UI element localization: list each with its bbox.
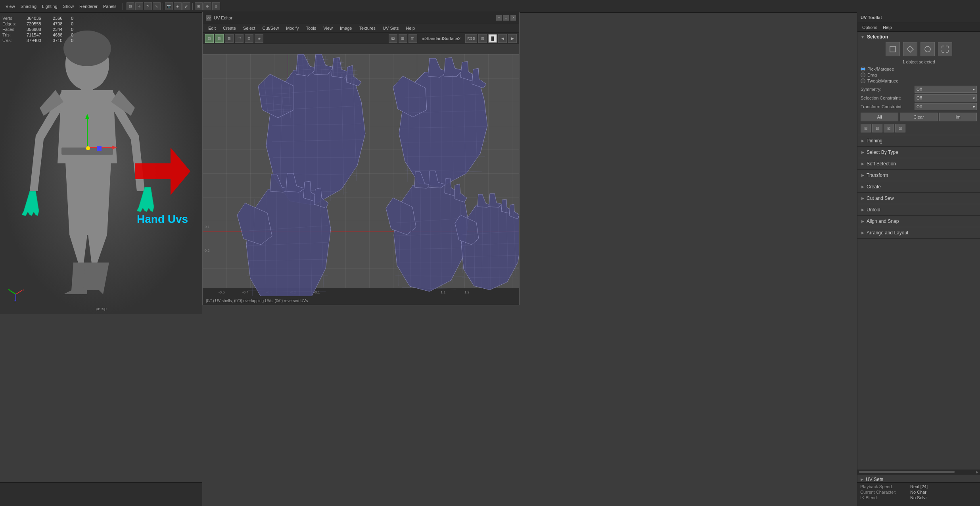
move-icon[interactable]: ✛ <box>135 2 143 10</box>
row-icon-3[interactable]: ⊠ <box>884 124 894 132</box>
select-by-type-header[interactable]: ▶ Select By Type <box>857 147 980 158</box>
uv-shell-mode-icon[interactable]: ⬚ <box>235 34 244 43</box>
top-toolbar: View Shading Lighting Show Renderer Pane… <box>0 0 980 13</box>
radio-pick-marquee[interactable]: Pick/Marquee <box>861 67 977 71</box>
soft-selection-header[interactable]: ▶ Soft Selection <box>857 158 980 169</box>
uv-create-menu[interactable]: Create <box>220 25 239 31</box>
uv-display2-icon[interactable]: ⊡ <box>478 34 487 43</box>
svg-rect-116 <box>890 46 896 52</box>
paint-icon[interactable]: 🖌 <box>182 2 190 10</box>
select-by-type-caret-icon: ▶ <box>861 150 864 154</box>
view-menu[interactable]: View <box>3 3 17 10</box>
render-icon[interactable]: ◈ <box>174 2 182 10</box>
rotate-icon[interactable]: ↻ <box>144 2 152 10</box>
uv-uvsets-menu[interactable]: UV Sets <box>380 25 402 31</box>
uv-image-menu[interactable]: Image <box>337 25 355 31</box>
magnet-icon[interactable]: ⊛ <box>212 2 220 10</box>
uv-select-mode-icon[interactable]: ⊡ <box>205 34 214 43</box>
main-menu: View Shading Lighting Show Renderer Pane… <box>3 3 119 10</box>
expand-select-icon[interactable] <box>938 42 952 56</box>
uv-nav-right-icon[interactable]: ▶ <box>508 34 517 43</box>
uv-checker-icon[interactable]: ▦ <box>399 34 407 43</box>
uv-texture-icon[interactable]: 🖼 <box>389 34 397 43</box>
sel-constraint-chevron-icon: ▾ <box>973 96 975 100</box>
svg-point-118 <box>925 46 930 52</box>
uv-edit-menu[interactable]: Edit <box>205 25 219 31</box>
panels-menu[interactable]: Panels <box>101 3 119 10</box>
radio-drag[interactable]: Drag <box>861 73 977 77</box>
transform-header[interactable]: ▶ Transform <box>857 170 980 181</box>
uv-modify-menu[interactable]: Modify <box>283 25 302 31</box>
arrange-and-layout-header[interactable]: ▶ Arrange and Layout <box>857 227 980 238</box>
arrange-and-layout-label: Arrange and Layout <box>867 230 908 236</box>
sep2 <box>163 3 163 10</box>
options-menu[interactable]: Options <box>860 24 880 31</box>
selection-arrow-icon: ▼ <box>861 35 865 39</box>
all-button[interactable]: All <box>861 113 898 121</box>
select-icon[interactable]: ⊡ <box>127 2 134 10</box>
playback-speed-label: Playback Speed: <box>860 484 908 489</box>
renderer-menu[interactable]: Renderer <box>77 3 100 10</box>
sel-constraint-dropdown[interactable]: Off ▾ <box>915 94 977 102</box>
uv-view-menu[interactable]: View <box>320 25 336 31</box>
grid-icon[interactable]: ⊞ <box>195 2 203 10</box>
uv-textures-menu[interactable]: Textures <box>356 25 379 31</box>
align-and-snap-header[interactable]: ▶ Align and Snap <box>857 216 980 227</box>
scale-icon[interactable]: ⤡ <box>153 2 161 10</box>
camera-icon[interactable]: 📷 <box>165 2 173 10</box>
uv-nav-left-icon[interactable]: ◀ <box>498 34 507 43</box>
row-icon-1[interactable]: ⊞ <box>861 124 871 132</box>
im-button[interactable]: Im <box>939 113 977 121</box>
uv-mode5-icon[interactable]: ⊠ <box>245 34 253 43</box>
arrange-and-layout-caret-icon: ▶ <box>861 231 864 235</box>
square-select-icon[interactable] <box>886 42 900 56</box>
uv-canvas-area[interactable]: -0.5 -0.4 -0.3 -0.2 -0.1 1.1 1.2 -0.1 -0… <box>203 54 519 296</box>
create-label: Create <box>867 184 881 190</box>
uv-face-mode-icon[interactable]: ⊞ <box>225 34 234 43</box>
tris-val1: 711547 <box>27 33 50 37</box>
toolkit-header: UV Toolkit <box>857 12 980 23</box>
shading-menu[interactable]: Shading <box>18 3 39 10</box>
radio-label-pick: Pick/Marquee <box>867 67 894 71</box>
uv-tools-menu[interactable]: Tools <box>303 25 320 31</box>
uv-white-icon[interactable]: █ <box>488 34 497 43</box>
maximize-button[interactable]: □ <box>503 15 509 21</box>
uvs-val1: 379400 <box>27 38 50 43</box>
transform-constraint-row: Transform Constraint: Off ▾ <box>861 103 977 110</box>
close-button[interactable]: ✕ <box>510 15 516 21</box>
row-icon-2[interactable]: ⊟ <box>872 124 882 132</box>
selection-section: ▼ Selection <box>857 32 980 135</box>
uv-cutsew-menu[interactable]: Cut/Sew <box>259 25 282 31</box>
cut-and-sew-header[interactable]: ▶ Cut and Sew <box>857 193 980 204</box>
symmetry-dropdown[interactable]: Off ▾ <box>915 86 977 93</box>
circle-select-icon[interactable] <box>921 42 935 56</box>
transform-section: ▶ Transform <box>857 170 980 181</box>
uv-rgb-icon[interactable]: RGB <box>465 34 477 43</box>
minimize-button[interactable]: ─ <box>496 15 502 21</box>
faces-val3: 0 <box>71 27 87 32</box>
xform-constraint-dropdown[interactable]: Off ▾ <box>915 103 977 110</box>
uv-edge-mode-icon[interactable]: ⊟ <box>215 34 224 43</box>
unfold-header[interactable]: ▶ Unfold <box>857 204 980 215</box>
pinning-header[interactable]: ▶ Pinning <box>857 135 980 146</box>
verts-val3: 0 <box>71 16 87 21</box>
scrollbar-thumb[interactable] <box>859 471 955 473</box>
horizontal-scrollbar[interactable]: ▶ <box>857 470 980 474</box>
snap-icon[interactable]: ⊕ <box>203 2 211 10</box>
faces-val1: 356908 <box>27 27 50 32</box>
lighting-menu[interactable]: Lighting <box>40 3 60 10</box>
row-icon-4[interactable]: ⊡ <box>895 124 905 132</box>
radio-tweak-marquee[interactable]: Tweak/Marquee <box>861 79 977 83</box>
clear-button[interactable]: Clear <box>900 113 938 121</box>
diamond-select-icon[interactable] <box>903 42 917 56</box>
create-header[interactable]: ▶ Create <box>857 181 980 192</box>
show-menu[interactable]: Show <box>61 3 77 10</box>
uv-help-menu[interactable]: Help <box>403 25 418 31</box>
uv-display-icon[interactable]: ◫ <box>408 34 417 43</box>
help-menu[interactable]: Help <box>880 24 894 31</box>
uv-select-menu[interactable]: Select <box>240 25 259 31</box>
selection-section-header[interactable]: ▼ Selection <box>861 34 977 40</box>
uv-mode6-icon[interactable]: ◈ <box>255 34 263 43</box>
uvs-label: UVs: <box>2 38 24 43</box>
viewport-3d[interactable]: Verts: 364036 2366 0 Edges: 720558 4708 … <box>0 13 202 314</box>
